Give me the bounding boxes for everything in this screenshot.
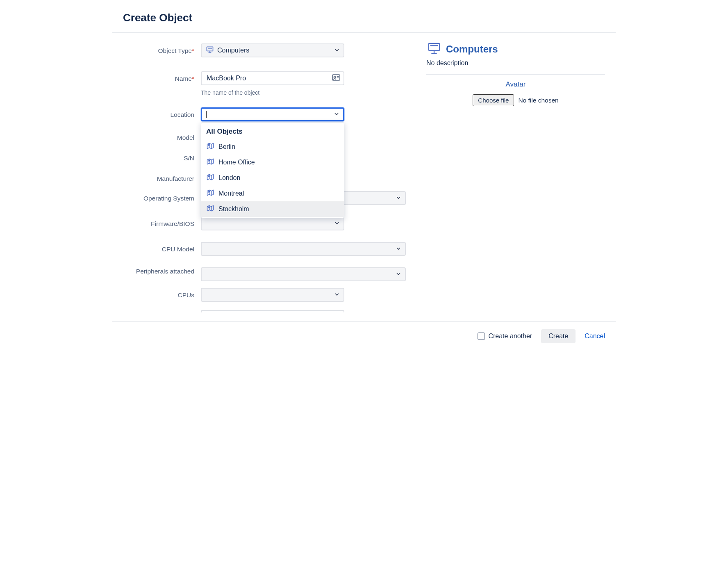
location-option[interactable]: London xyxy=(201,170,344,186)
label-os: Operating System xyxy=(123,189,201,203)
chevron-down-icon xyxy=(334,111,339,118)
map-pin-icon xyxy=(206,189,214,198)
location-option-label: Montreal xyxy=(218,190,244,197)
form-column: Object Type* Computers xyxy=(112,42,416,317)
chevron-down-icon xyxy=(396,271,401,278)
location-option-label: Berlin xyxy=(218,143,235,150)
sidebar-description: No description xyxy=(426,59,605,67)
label-manufacturer: Manufacturer xyxy=(123,170,201,183)
peripherals-select[interactable] xyxy=(201,267,406,281)
text-cursor xyxy=(206,111,207,118)
firmware-select[interactable] xyxy=(201,216,344,230)
choose-file-button[interactable]: Choose file xyxy=(473,94,514,106)
location-option[interactable]: Home Office xyxy=(201,155,344,170)
sidebar-divider xyxy=(426,74,605,75)
name-hint: The name of the object xyxy=(201,89,416,96)
chevron-down-icon xyxy=(334,47,339,54)
avatar-label: Avatar xyxy=(426,80,605,89)
location-option[interactable]: Berlin xyxy=(201,139,344,155)
object-type-select[interactable]: Computers xyxy=(201,43,344,57)
map-pin-icon xyxy=(206,173,214,183)
label-sn: S/N xyxy=(123,149,201,162)
computer-icon xyxy=(206,46,214,55)
footer-bar: Create another Create Cancel xyxy=(112,321,616,351)
checkbox-box[interactable] xyxy=(478,333,485,340)
cpus-select[interactable] xyxy=(201,288,344,302)
label-peripherals: Peripherals attached xyxy=(123,266,201,276)
object-type-value: Computers xyxy=(217,47,249,54)
location-dropdown: All Objects BerlinHome OfficeLondonMontr… xyxy=(201,122,344,218)
label-cpu-model: CPU Model xyxy=(123,240,201,253)
label-name: Name* xyxy=(123,70,201,83)
chevron-down-icon xyxy=(334,220,339,227)
map-pin-icon xyxy=(206,204,214,214)
cancel-link[interactable]: Cancel xyxy=(585,333,605,340)
svg-rect-0 xyxy=(207,47,213,51)
svg-rect-13 xyxy=(429,43,440,50)
label-location: Location xyxy=(123,106,201,119)
svg-point-9 xyxy=(208,160,209,161)
dialog-title: Create Object xyxy=(123,11,616,24)
location-select[interactable] xyxy=(201,107,344,121)
computer-icon xyxy=(426,42,442,56)
map-pin-icon xyxy=(206,142,214,152)
label-model: Model xyxy=(123,129,201,142)
name-field[interactable] xyxy=(206,74,328,82)
svg-point-10 xyxy=(208,175,209,177)
label-firmware: Firmware/BIOS xyxy=(123,215,201,228)
cpu-model-select[interactable] xyxy=(201,242,406,256)
svg-point-5 xyxy=(334,76,335,78)
svg-point-8 xyxy=(208,144,209,146)
location-option[interactable]: Montreal xyxy=(201,186,344,201)
label-cpus: CPUs xyxy=(123,286,201,299)
create-another-label: Create another xyxy=(488,333,532,340)
chevron-down-icon xyxy=(396,194,401,202)
location-option[interactable]: Stockholm xyxy=(201,201,344,217)
dropdown-heading: All Objects xyxy=(201,125,344,139)
no-file-chosen: No file chosen xyxy=(518,97,558,104)
sidebar-title: Computers xyxy=(446,43,498,55)
map-pin-icon xyxy=(206,157,214,167)
create-button[interactable]: Create xyxy=(541,329,576,343)
cutoff-input[interactable] xyxy=(201,310,344,312)
sidebar: Computers No description Avatar Choose f… xyxy=(416,42,616,317)
create-another-checkbox[interactable]: Create another xyxy=(478,333,532,340)
chevron-down-icon xyxy=(334,291,339,298)
label-object-type: Object Type* xyxy=(123,42,201,55)
vcard-icon xyxy=(332,74,340,82)
svg-point-11 xyxy=(208,191,209,192)
location-option-label: London xyxy=(218,174,240,182)
name-input[interactable] xyxy=(201,71,344,85)
chevron-down-icon xyxy=(396,245,401,253)
svg-point-12 xyxy=(208,207,209,208)
location-option-label: Stockholm xyxy=(218,205,249,213)
dialog-header: Create Object xyxy=(112,0,616,32)
location-option-label: Home Office xyxy=(218,159,255,166)
